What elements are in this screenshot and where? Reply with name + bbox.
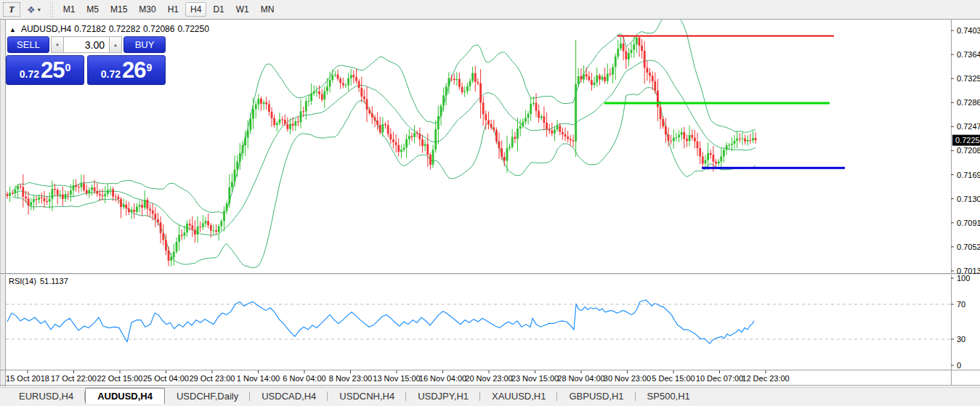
candle-body [347,78,349,86]
candle-body [578,76,580,84]
candle-body [403,147,405,150]
candle-body [678,135,680,138]
volume-decrease-button[interactable]: ▾ [51,36,64,53]
timeframe-button-h1[interactable]: H1 [163,2,184,17]
candle-body [54,189,56,190]
candle-body [652,76,654,81]
timeframe-button-mn[interactable]: MN [256,2,280,17]
candle-body [350,75,352,78]
candle-body [525,118,527,121]
candle-body [607,74,609,81]
candle-body [144,200,146,208]
candle-body [686,139,688,141]
price-tick-label: 0.70520 [957,243,980,251]
price-tick-label: 0.72080 [957,146,980,155]
candle-body [731,144,733,145]
ohlc-open: 0.72182 [74,24,105,34]
candle-body [623,44,625,52]
candle-body [289,124,291,129]
candle-body [527,114,530,118]
tab-usdchf-daily[interactable]: USDCHF,Daily [165,388,250,404]
candle-body [416,133,418,134]
timeframe-button-m15[interactable]: M15 [105,2,132,17]
candle-body [395,142,397,145]
rsi-line [7,300,754,344]
timeframe-button-d1[interactable]: D1 [208,2,229,17]
candle-body [628,53,630,60]
buy-button[interactable]: BUY [123,36,166,53]
candle-body [128,208,130,212]
timeframe-button-w1[interactable]: W1 [231,2,254,17]
candle-body [133,210,135,212]
timeframe-button-m30[interactable]: M30 [134,2,161,17]
candle-body [205,221,207,223]
candle-body [562,132,564,134]
candle-body [649,73,651,76]
tab-audusd-h4[interactable]: AUDUSD,H4 [85,388,165,404]
rsi-tick-label: 0 [957,361,961,370]
candle-body [286,124,288,129]
candle-body [178,235,180,242]
candle-body [747,140,749,142]
timeframe-button-m5[interactable]: M5 [81,2,104,17]
candle-body [112,190,114,197]
candle-body [681,132,683,135]
candle-body [162,233,164,240]
timeframe-button-h4[interactable]: H4 [185,2,206,17]
candle-body [184,232,186,236]
candle-body [715,162,717,164]
candle-body [44,198,46,201]
candle-body [599,76,601,80]
price-tick-label: 0.74030 [957,26,980,35]
candle-body [594,83,596,86]
tab-xauusd-h1[interactable]: XAUUSD,H1 [480,388,557,404]
candle-body [94,187,96,191]
timeframe-button-m1[interactable]: M1 [58,2,81,17]
candle-body [702,157,704,164]
candle-body [610,74,612,75]
candle-body [120,199,122,207]
candle-body [705,161,707,164]
candle-body [292,124,294,126]
candle-body [644,51,646,68]
tab-eurusd-h4[interactable]: EURUSD,H4 [7,388,85,404]
volume-increase-button[interactable]: ▴ [109,36,122,53]
candle-body [318,92,320,94]
candle-body [530,104,532,114]
candle-body [110,190,112,190]
candle-body [670,141,672,142]
tab-usdjpy-h1[interactable]: USDJPY,H1 [406,388,480,404]
candle-body [139,205,141,206]
tab-gbpusd-h1[interactable]: GBPUSD,H1 [557,388,635,404]
tab-sp500-h1[interactable]: SP500,H1 [636,388,702,404]
candle-body [30,202,32,206]
text-tool-button[interactable]: T [3,2,20,17]
collapse-panel-icon[interactable]: ▲ [9,26,16,33]
buy-price-panel[interactable]: 0.72 26 9 [87,55,166,85]
candle-body [434,129,437,150]
shapes-tool-button[interactable]: ❖ ▾ [22,2,46,17]
tab-usdcnh-h4[interactable]: USDCNH,H4 [328,388,406,404]
candle-body [405,139,408,148]
candle-body [62,195,64,199]
candle-body [186,224,188,232]
candle-body [310,94,312,101]
candle-body [543,116,546,123]
sell-price-panel[interactable]: 0.72 25 0 [6,55,84,85]
candle-body [197,227,199,235]
candle-body [519,126,522,129]
chart-symbol-label: AUDUSD,H4 [21,24,71,34]
candle-body [215,230,217,232]
candle-body [586,74,588,76]
candle-body [323,91,325,100]
time-tick-label: 15 Oct 2018 [6,374,49,383]
candle-body [147,200,149,208]
time-tick-label: 10 Dec 07:00 [696,374,743,383]
volume-input[interactable] [64,36,109,53]
candle-body [242,145,244,153]
tab-usdcad-h4[interactable]: USDCAD,H4 [250,388,328,404]
candle-body [636,38,638,44]
sell-button[interactable]: SELL [7,36,49,53]
candle-body [503,157,506,161]
candle-body [321,94,323,100]
